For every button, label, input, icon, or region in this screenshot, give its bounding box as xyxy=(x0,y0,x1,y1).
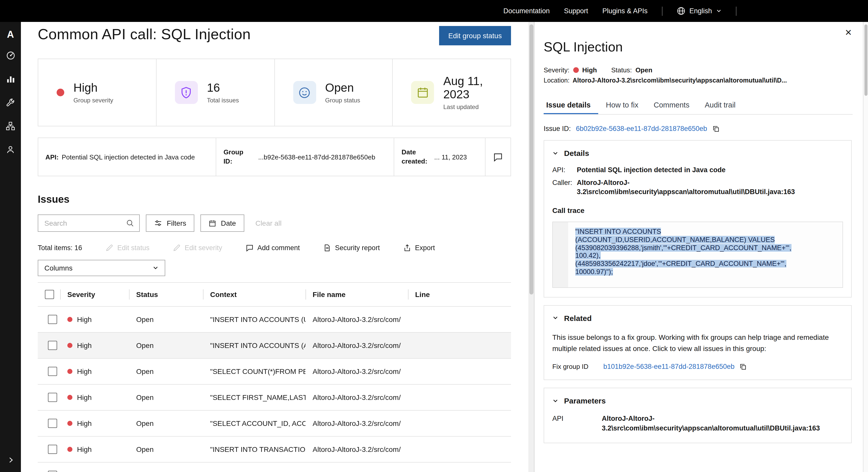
issue-row[interactable]: High Open "SELECT FIRST_NAME,LAST_ Altor… xyxy=(38,384,511,411)
row-severity-label: High xyxy=(77,393,92,401)
card-total-issues: 16 Total issues xyxy=(156,59,274,126)
tab-issue-details[interactable]: Issue details xyxy=(544,96,598,114)
row-checkbox[interactable] xyxy=(48,471,57,472)
row-checkbox[interactable] xyxy=(48,419,57,428)
fix-group-row: Fix group ID b101b92e-5638-ee11-87dd-281… xyxy=(552,363,843,371)
edit-status-button[interactable]: Edit status xyxy=(105,244,149,252)
export-button[interactable]: Export xyxy=(403,244,435,252)
select-all-checkbox[interactable] xyxy=(45,290,54,299)
issue-row[interactable]: High Open "SELECT ACCOUNT_ID, ACCO Altor… xyxy=(38,411,511,437)
details-section-header[interactable]: Details xyxy=(552,149,843,158)
row-context-cell: "INSERT INTO TRANSACTION xyxy=(203,445,306,453)
date-filter-button[interactable]: Date xyxy=(200,214,244,232)
issues-heading: Issues xyxy=(38,194,511,205)
filters-button[interactable]: Filters xyxy=(146,214,194,232)
related-description: This issue belongs to a fix group. Worki… xyxy=(552,331,843,354)
topbar-link-documentation[interactable]: Documentation xyxy=(503,7,550,15)
columns-dropdown[interactable]: Columns xyxy=(38,260,165,276)
header-severity: Severity xyxy=(60,283,129,306)
topbar-divider xyxy=(662,6,662,15)
row-checkbox[interactable] xyxy=(48,341,57,350)
applications-flow-icon[interactable] xyxy=(5,121,16,131)
chevron-down-icon xyxy=(552,315,558,321)
header-context: Context xyxy=(203,283,306,306)
details-caller-label: Caller: xyxy=(552,178,577,197)
globe-icon xyxy=(677,7,685,15)
row-checkbox[interactable] xyxy=(48,315,57,324)
chevron-down-icon xyxy=(153,265,159,271)
add-comment-button[interactable]: Add comment xyxy=(246,244,300,252)
edit-severity-button[interactable]: Edit severity xyxy=(173,244,222,252)
tab-how-to-fix[interactable]: How to fix xyxy=(598,96,646,114)
details-caller-row: Caller: AltoroJ-AltoroJ-3.2\src\com\ibm\… xyxy=(552,178,843,197)
row-severity-cell: High xyxy=(60,341,129,349)
row-context-cell: "INSERT INTO ACCOUNTS (AC xyxy=(203,341,306,349)
row-file-name-cell: AltoroJ-AltoroJ-3.2/src/com/ xyxy=(306,341,408,349)
row-checkbox[interactable] xyxy=(48,445,57,454)
panel-scrollbar-thumb[interactable] xyxy=(864,25,867,96)
edit-group-status-button[interactable]: Edit group status xyxy=(439,26,511,45)
severity-dot-icon xyxy=(67,369,72,374)
search-icon xyxy=(126,219,134,227)
copy-icon[interactable] xyxy=(740,363,747,370)
shield-warning-icon xyxy=(175,81,198,104)
calendar-small-icon xyxy=(209,219,216,227)
main-scrollbar[interactable] xyxy=(528,22,534,472)
security-report-button[interactable]: Security report xyxy=(323,244,380,252)
row-file-name-cell: AltoroJ-AltoroJ-3.2/src/com/ xyxy=(306,315,408,324)
copy-icon[interactable] xyxy=(712,125,719,132)
group-id-label: Group ID: xyxy=(223,148,250,166)
details-caller-value: AltoroJ-AltoroJ-3.2\src\com\ibm\security… xyxy=(577,178,796,197)
parameters-api-value: AltoroJ-AltoroJ-3.2\src\com\ibm\security… xyxy=(602,414,806,434)
group-info-row: API: Potential SQL injection detected in… xyxy=(38,138,511,176)
sidebar-expand-chevron-icon[interactable] xyxy=(5,455,16,465)
location-label: Location: xyxy=(544,77,569,84)
clear-all-button[interactable]: Clear all xyxy=(255,219,281,227)
appscan-logo[interactable]: A xyxy=(7,28,14,41)
reports-chart-icon[interactable] xyxy=(5,74,16,84)
row-severity-cell: High xyxy=(60,445,129,453)
severity-label: Severity: xyxy=(544,66,569,74)
details-section: Details API: Potential SQL injection det… xyxy=(544,140,852,297)
user-icon[interactable] xyxy=(5,144,16,155)
related-section: Related This issue belongs to a fix grou… xyxy=(544,305,852,380)
issue-row[interactable]: High Open "INSERT INTO ACCOUNTS (AC Alto… xyxy=(38,333,511,359)
chevron-down-icon xyxy=(716,8,722,14)
fix-group-link[interactable]: b101b92e-5638-ee11-87dd-281878e650eb xyxy=(603,363,735,371)
call-trace-heading: Call trace xyxy=(552,206,843,214)
add-comment-label: Add comment xyxy=(257,244,300,252)
main-scrollbar-thumb[interactable] xyxy=(529,25,533,295)
issue-row[interactable]: High Open "INSERT INTO TRANSACTION Altor… xyxy=(38,437,511,463)
row-file-name-cell: AltoroJ-AltoroJ-3.2/src/com/ xyxy=(306,445,408,453)
tab-comments[interactable]: Comments xyxy=(646,96,697,114)
issue-row[interactable]: High Open "SELECT COUNT(*)FROM PEO Altor… xyxy=(38,359,511,384)
row-severity-cell: High xyxy=(60,367,129,375)
row-checkbox-cell xyxy=(38,419,60,428)
issue-row[interactable]: High Open "INSERT INTO TRANSACTION Altor… xyxy=(38,463,511,472)
topbar-link-support[interactable]: Support xyxy=(564,7,588,15)
tools-wrench-icon[interactable] xyxy=(5,97,16,107)
row-severity-cell: High xyxy=(60,419,129,428)
panel-scrollbar[interactable] xyxy=(863,22,868,472)
group-status-value: Open xyxy=(325,81,360,95)
related-heading: Related xyxy=(564,313,592,322)
row-checkbox[interactable] xyxy=(48,393,57,402)
severity-dot-icon xyxy=(67,447,72,452)
search-input[interactable] xyxy=(43,218,122,228)
issue-id-link[interactable]: 6b02b92e-5638-ee11-87dd-281878e650eb xyxy=(576,125,707,132)
card-last-updated: Aug 11, 2023 Last updated xyxy=(393,59,511,126)
last-updated-label: Last updated xyxy=(443,104,490,111)
issue-row[interactable]: High Open "INSERT INTO ACCOUNTS (US Alto… xyxy=(38,307,511,333)
parameters-section-header[interactable]: Parameters xyxy=(552,397,843,405)
topbar-link-plugins-apis[interactable]: Plugins & APIs xyxy=(602,7,647,15)
scan-icon[interactable] xyxy=(5,50,16,61)
language-selector[interactable]: English xyxy=(677,7,722,15)
language-label: English xyxy=(689,7,712,15)
close-icon[interactable]: × xyxy=(845,27,852,38)
chevron-down-icon xyxy=(552,398,558,404)
related-section-header[interactable]: Related xyxy=(552,313,843,322)
row-status-cell: Open xyxy=(129,367,203,375)
tab-audit-trail[interactable]: Audit trail xyxy=(697,96,743,114)
group-comment-button[interactable] xyxy=(485,138,510,176)
row-checkbox[interactable] xyxy=(48,367,57,376)
